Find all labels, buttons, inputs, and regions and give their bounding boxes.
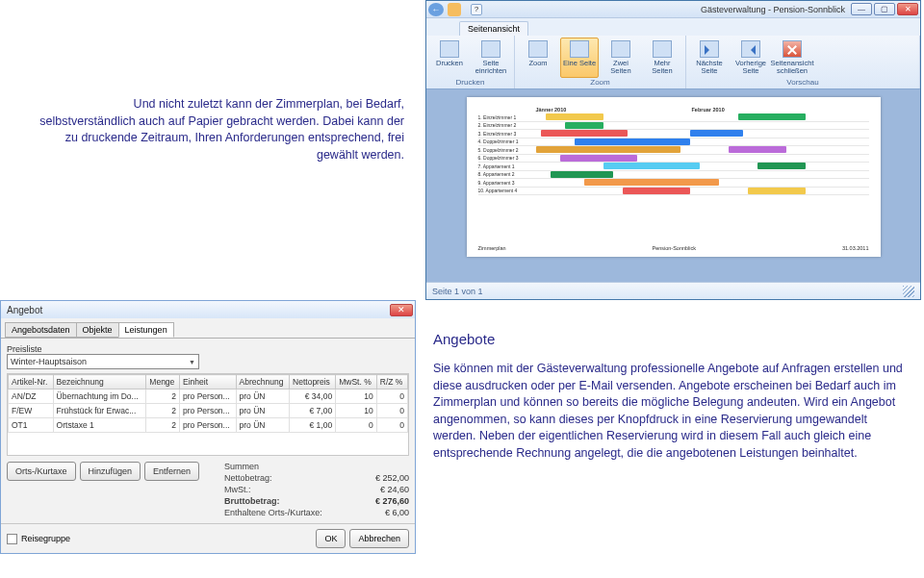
resize-handle-icon[interactable] bbox=[903, 286, 914, 297]
close-icon bbox=[783, 40, 802, 58]
column-header[interactable]: Einheit bbox=[180, 375, 237, 390]
column-header[interactable]: Artikel-Nr. bbox=[9, 375, 54, 390]
gantt-bar bbox=[551, 171, 613, 178]
preisliste-label: Preisliste bbox=[7, 344, 409, 354]
help-icon[interactable]: ? bbox=[471, 4, 482, 15]
column-header[interactable]: Bezeichnung bbox=[53, 375, 146, 390]
reisegruppe-checkbox[interactable]: Reisegruppe bbox=[7, 534, 70, 544]
gantt-bar bbox=[738, 113, 806, 120]
table-cell: Übernachtung im Do... bbox=[53, 390, 146, 404]
close-button[interactable]: ✕ bbox=[897, 3, 918, 15]
table-cell: € 1,00 bbox=[290, 418, 336, 433]
chart-row-label: 8. Appartement 2 bbox=[478, 171, 536, 177]
chart-row: 2. Einzelzimmer 2 bbox=[478, 122, 869, 131]
zoom-button[interactable]: Zoom bbox=[519, 38, 557, 78]
two-pages-button[interactable]: Zwei Seiten bbox=[602, 38, 640, 78]
column-header[interactable]: R/Z % bbox=[376, 375, 407, 390]
remove-button[interactable]: Entfernen bbox=[144, 462, 199, 481]
chart-row: 10. Appartement 4 bbox=[478, 188, 869, 196]
one-page-button[interactable]: Eine Seite bbox=[560, 38, 599, 78]
gantt-bar bbox=[536, 146, 680, 153]
column-header[interactable]: Nettopreis bbox=[290, 375, 336, 390]
table-cell: € 34,00 bbox=[290, 390, 336, 404]
next-page-button[interactable]: Nächste Seite bbox=[690, 38, 729, 78]
leistungen-grid[interactable]: Artikel-Nr.BezeichnungMengeEinheitAbrech… bbox=[7, 373, 409, 456]
cancel-button[interactable]: Abbrechen bbox=[349, 529, 409, 548]
checkbox-icon bbox=[7, 534, 17, 544]
gantt-bar bbox=[748, 188, 806, 194]
sums-block: Summen Nettobetrag:€ 252,00 MwSt.:€ 24,6… bbox=[207, 462, 409, 517]
gantt-bar bbox=[603, 163, 700, 169]
table-cell: 0 bbox=[376, 390, 407, 404]
chart-row: 7. Appartement 1 bbox=[478, 163, 869, 171]
chart-row-label: 4. Doppelzimmer 1 bbox=[478, 138, 536, 144]
table-cell: F/EW bbox=[9, 404, 54, 418]
print-preview-window: ← ? Gästeverwaltung - Pension-Sonnblick … bbox=[425, 0, 921, 300]
table-cell: pro Person... bbox=[180, 418, 237, 433]
ok-button[interactable]: OK bbox=[316, 529, 346, 548]
tabs: Angebotsdaten Objekte Leistungen bbox=[1, 318, 415, 338]
add-button[interactable]: Hinzufügen bbox=[80, 462, 141, 481]
paragraph-zimmerplan: Und nicht zuletzt kann der Zimmerplan, b… bbox=[38, 96, 404, 163]
tab-seitenansicht[interactable]: Seitenansicht bbox=[459, 21, 528, 36]
gantt-bar bbox=[729, 146, 786, 153]
close-button[interactable]: ✕ bbox=[390, 304, 413, 316]
page-setup-icon bbox=[481, 40, 500, 58]
netto-value: € 252,00 bbox=[375, 473, 409, 483]
tab-leistungen[interactable]: Leistungen bbox=[118, 322, 174, 338]
tab-objekte[interactable]: Objekte bbox=[76, 322, 119, 338]
table-cell: 2 bbox=[146, 390, 180, 404]
chart-row-bars bbox=[536, 179, 869, 186]
offer-body: Preisliste Winter-Hauptsaison ▼ Artikel-… bbox=[1, 338, 415, 523]
chart-row-bars bbox=[536, 130, 869, 137]
mwst-label: MwSt.: bbox=[224, 485, 322, 494]
brutto-label: Bruttobetrag: bbox=[224, 496, 322, 506]
paper-footer-mid: Pension-Sonnblick bbox=[652, 245, 696, 251]
ribbon-group-zoom: Zoom Eine Seite Zwei Seiten Mehr Seiten … bbox=[515, 36, 686, 88]
table-cell: pro Person... bbox=[180, 404, 237, 418]
print-button[interactable]: Drucken bbox=[430, 38, 469, 78]
enth-value: € 6,00 bbox=[375, 508, 409, 517]
preview-area[interactable]: Jänner 2010 Februar 2010 1. Einzelzimmer… bbox=[426, 89, 920, 282]
chart-row-bars bbox=[536, 113, 869, 120]
reisegruppe-label: Reisegruppe bbox=[21, 534, 70, 543]
table-row[interactable]: AN/DZÜbernachtung im Do...2pro Person...… bbox=[9, 390, 408, 404]
page-setup-button[interactable]: Seite einrichten bbox=[472, 38, 510, 78]
printer-icon bbox=[440, 40, 459, 58]
chart-row-bars bbox=[536, 122, 869, 129]
table-cell: pro ÜN bbox=[236, 390, 290, 404]
ortskurtaxe-button[interactable]: Orts-/Kurtaxe bbox=[7, 462, 76, 481]
paper-preview: Jänner 2010 Februar 2010 1. Einzelzimmer… bbox=[467, 97, 881, 257]
table-row[interactable]: F/EWFrühstück für Erwac...2pro Person...… bbox=[9, 404, 408, 418]
gantt-bar bbox=[690, 130, 743, 137]
offer-window: Angebot ✕ Angebotsdaten Objekte Leistung… bbox=[0, 300, 416, 554]
gantt-bar bbox=[757, 163, 806, 169]
sums-heading: Summen bbox=[224, 462, 322, 471]
maximize-button[interactable]: ▢ bbox=[874, 3, 895, 15]
tab-angebotsdaten[interactable]: Angebotsdaten bbox=[5, 322, 77, 338]
chart-month: Februar 2010 bbox=[692, 107, 740, 113]
ribbon-group-vorschau: Nächste Seite Vorherige Seite Seitenansi… bbox=[686, 36, 920, 88]
brutto-value: € 276,60 bbox=[375, 496, 409, 506]
table-cell: pro Person... bbox=[180, 390, 237, 404]
prev-page-button[interactable]: Vorherige Seite bbox=[732, 38, 770, 78]
back-icon[interactable]: ← bbox=[428, 3, 444, 16]
one-page-icon bbox=[570, 40, 589, 58]
column-header[interactable]: Menge bbox=[146, 375, 180, 390]
mwst-value: € 24,60 bbox=[375, 485, 409, 494]
app-icon bbox=[448, 3, 461, 16]
gantt-bar bbox=[560, 155, 637, 162]
chart-row-bars bbox=[536, 188, 869, 194]
column-header[interactable]: Abrechnung bbox=[236, 375, 290, 390]
table-row[interactable]: OT1Ortstaxe 12pro Person...pro ÜN€ 1,000… bbox=[9, 418, 408, 433]
chart-row-label: 10. Appartement 4 bbox=[478, 188, 536, 193]
more-pages-button[interactable]: Mehr Seiten bbox=[643, 38, 681, 78]
minimize-button[interactable]: — bbox=[851, 3, 872, 15]
close-preview-button[interactable]: Seitenansicht schließen bbox=[773, 38, 811, 78]
table-cell: Frühstück für Erwac... bbox=[53, 404, 146, 418]
column-header[interactable]: MwSt. % bbox=[336, 375, 377, 390]
gantt-bar bbox=[565, 122, 603, 129]
gantt-bar bbox=[575, 138, 690, 145]
preisliste-combo[interactable]: Winter-Hauptsaison ▼ bbox=[7, 354, 199, 369]
table-cell: 10 bbox=[336, 390, 377, 404]
